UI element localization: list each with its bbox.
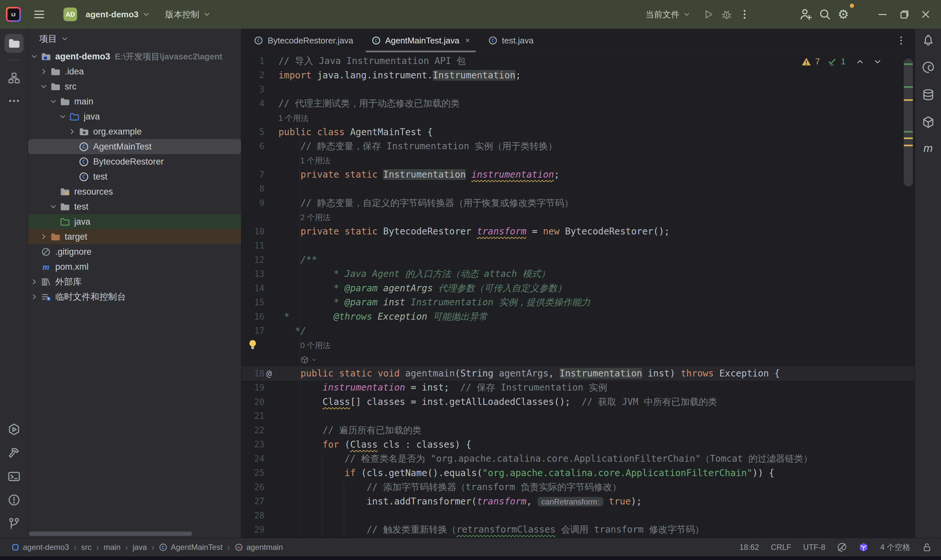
gutter[interactable]: 29: [242, 523, 278, 537]
caret-position[interactable]: 18:62: [739, 543, 759, 552]
error-stripe-mark[interactable]: [904, 137, 913, 139]
error-stripe-mark[interactable]: [904, 63, 913, 65]
breadcrumb-agent-demo3[interactable]: agent-demo3: [11, 543, 69, 552]
project-toolwindow-button[interactable]: [5, 34, 23, 53]
gutter[interactable]: 4: [242, 97, 278, 111]
project-panel-header[interactable]: 项目: [28, 29, 241, 49]
close-button[interactable]: [915, 8, 936, 20]
chevron-down-icon[interactable]: [30, 52, 39, 61]
database-toolwindow-button[interactable]: [922, 88, 935, 101]
maven-toolwindow-button[interactable]: m: [923, 142, 932, 154]
structure-toolwindow-button[interactable]: [8, 72, 20, 84]
tab-test.java[interactable]: Ctest.java: [479, 29, 543, 52]
chevron-right-icon[interactable]: [40, 232, 48, 241]
maximize-button[interactable]: [893, 8, 915, 20]
project-widget[interactable]: agent-demo3: [82, 6, 154, 23]
terminal-toolwindow-button[interactable]: [8, 470, 21, 483]
error-stripe-mark[interactable]: [904, 99, 913, 101]
tree-item-bytecoderestorer[interactable]: CBytecodeRestorer: [28, 154, 241, 169]
line-separator[interactable]: CRLF: [771, 543, 791, 552]
usages-inlay-hint[interactable]: 1 个用法: [300, 156, 330, 165]
gutter[interactable]: 23: [242, 438, 278, 452]
dependencies-toolwindow-button[interactable]: [922, 115, 935, 129]
scrollbar-thumb[interactable]: [904, 58, 913, 186]
error-stripe-mark[interactable]: [904, 145, 913, 146]
ai-assistant-button[interactable]: [922, 61, 935, 74]
gutter[interactable]: 2: [242, 68, 278, 83]
chevron-right-icon[interactable]: [30, 292, 39, 301]
main-menu-button[interactable]: [29, 5, 49, 24]
gutter[interactable]: 14: [242, 281, 278, 295]
tree-item-resources[interactable]: resources: [28, 184, 241, 199]
project-horizontal-scrollbar[interactable]: [29, 532, 192, 536]
gutter[interactable]: 12: [242, 253, 278, 267]
breadcrumb-agentmain[interactable]: magentmain: [234, 543, 283, 552]
intention-bulb-icon[interactable]: [247, 339, 258, 350]
gutter[interactable]: 13: [242, 267, 278, 282]
prev-problem-button[interactable]: [855, 57, 864, 66]
gutter[interactable]: 28: [242, 508, 278, 523]
tree-item-pom.xml[interactable]: mpom.xml: [28, 259, 241, 274]
tree-item-agent-demo3[interactable]: agent-demo3E:\开发项目\javasec2\agent: [28, 49, 241, 64]
encoding[interactable]: UTF-8: [803, 543, 825, 552]
breadcrumb-main[interactable]: main: [103, 543, 120, 552]
annotation-gutter-icon[interactable]: @: [266, 368, 272, 378]
minimize-button[interactable]: [872, 8, 893, 20]
usages-inlay-hint[interactable]: 2 个用法: [300, 213, 330, 222]
gutter[interactable]: [242, 111, 278, 125]
gutter[interactable]: [242, 352, 278, 367]
tree-item-test[interactable]: test: [28, 199, 241, 214]
usages-inlay-hint[interactable]: 1 个用法: [278, 114, 309, 122]
gutter[interactable]: 1: [242, 54, 278, 68]
gutter[interactable]: 21: [242, 409, 278, 423]
search-everywhere-button[interactable]: [816, 5, 835, 24]
problems-toolwindow-button[interactable]: [8, 493, 21, 506]
build-toolwindow-button[interactable]: [8, 446, 21, 459]
gutter[interactable]: 20: [242, 395, 278, 409]
code-with-me-button[interactable]: [796, 5, 816, 24]
gutter[interactable]: 8: [242, 182, 278, 196]
gutter[interactable]: 27: [242, 494, 278, 509]
settings-button[interactable]: ⚙: [835, 5, 852, 24]
gutter[interactable]: 9: [242, 196, 278, 210]
error-stripe[interactable]: [902, 56, 913, 535]
maven-sync-icon[interactable]: [859, 542, 868, 552]
git-toolwindow-button[interactable]: [8, 517, 21, 530]
tree-item-test[interactable]: Ctest: [28, 169, 241, 184]
parameter-hint-chip[interactable]: canRetransform:: [537, 497, 603, 506]
gutter[interactable]: 3: [242, 82, 278, 97]
vcs-widget[interactable]: 版本控制: [162, 6, 214, 23]
code-vision-icon[interactable]: [300, 355, 309, 364]
tree-item-agentmaintest[interactable]: CAgentMainTest: [28, 139, 241, 154]
gutter[interactable]: 6: [242, 139, 278, 154]
next-problem-button[interactable]: [873, 57, 882, 66]
indent-style[interactable]: 4 个空格: [880, 542, 910, 552]
tree-item-[interactable]: 外部库: [28, 274, 241, 289]
tab-close-icon[interactable]: ×: [466, 36, 470, 45]
editor-body[interactable]: 1// 导入 Java Instrumentation API 包2import…: [242, 52, 915, 538]
chevron-down-icon[interactable]: [311, 357, 317, 363]
gutter[interactable]: 15: [242, 295, 278, 310]
gutter[interactable]: 7: [242, 168, 278, 182]
gutter[interactable]: 10: [242, 224, 278, 239]
chevron-down-icon[interactable]: [59, 112, 67, 121]
gutter[interactable]: [242, 210, 278, 225]
tab-options-button[interactable]: [896, 29, 915, 52]
tree-item-target[interactable]: target: [28, 229, 241, 244]
gutter[interactable]: 11: [242, 239, 278, 253]
chevron-right-icon[interactable]: [40, 67, 48, 76]
tree-item-.gitignore[interactable]: .gitignore: [28, 244, 241, 259]
tree-item-java[interactable]: java: [28, 214, 241, 229]
tree-item-src[interactable]: src: [28, 79, 241, 94]
chevron-right-icon[interactable]: [68, 127, 77, 136]
gutter[interactable]: 26: [242, 480, 278, 494]
tree-item-.idea[interactable]: .idea: [28, 64, 241, 79]
more-actions-button[interactable]: [736, 6, 753, 23]
run-button[interactable]: [699, 5, 717, 23]
more-toolwindows-button[interactable]: [8, 95, 20, 107]
gutter[interactable]: 19: [242, 381, 278, 395]
tree-item-java[interactable]: java: [28, 109, 241, 124]
debug-button[interactable]: [717, 5, 736, 23]
services-toolwindow-button[interactable]: [8, 423, 21, 436]
run-configuration-selector[interactable]: 当前文件: [642, 6, 694, 23]
